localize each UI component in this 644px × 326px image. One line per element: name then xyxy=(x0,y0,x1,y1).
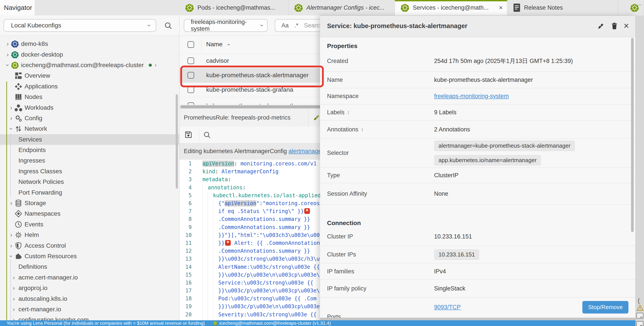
sidebar-item-demo-k8s[interactable]: ›demo-k8s xyxy=(0,38,179,49)
regex-toggle[interactable]: .* xyxy=(294,22,298,29)
tab-alertmanager-configs-ice[interactable]: Alertmanager Configs - icec... xyxy=(288,0,395,15)
chevron-right-icon[interactable]: › xyxy=(8,104,14,111)
sidebar-item-docker-desktop[interactable]: ›docker-desktop xyxy=(0,49,179,60)
select-all-checkbox[interactable] xyxy=(188,41,194,48)
warning-icon[interactable] xyxy=(636,304,644,311)
column-name[interactable]: Name xyxy=(206,41,223,48)
scrollbar-thumb[interactable] xyxy=(180,105,320,108)
tab-release-notes[interactable]: Release Notes xyxy=(507,0,618,15)
close-icon[interactable]: × xyxy=(624,20,629,31)
editor-search-icon[interactable] xyxy=(203,131,211,139)
value-chip[interactable]: alertmanager=kube-prometheus-stack-alert… xyxy=(434,140,575,151)
sidebar-item-storage[interactable]: ›Storage xyxy=(0,198,179,208)
sidebar-item-namespaces[interactable]: Namespaces xyxy=(0,208,179,219)
value-chip[interactable]: app.kubernetes.io/name=alertmanager xyxy=(434,155,541,166)
dock-icon[interactable] xyxy=(636,321,643,326)
dock-icon[interactable] xyxy=(636,313,643,318)
sidebar-item-port-forwarding[interactable]: Port Forwarding xyxy=(0,187,179,198)
sidebar-item-ingress-classes[interactable]: Ingress Classes xyxy=(0,166,179,176)
row-checkbox[interactable] xyxy=(188,86,194,93)
sidebar-item-ingresses[interactable]: Ingresses xyxy=(0,155,179,166)
table-row[interactable]: cadvisor xyxy=(180,54,320,68)
search-icon[interactable] xyxy=(164,22,172,30)
chevron-right-icon[interactable]: › xyxy=(5,51,10,58)
match-case-toggle[interactable]: Aa xyxy=(282,22,289,29)
chevron-right-icon[interactable]: › xyxy=(8,242,14,249)
sidebar-item-events[interactable]: Events xyxy=(0,219,179,230)
code-text: Severity:\u003c/strong\u003e {{ xyxy=(195,312,316,318)
sidebar-scrollbar[interactable] xyxy=(176,94,178,189)
tab-overflow-dots[interactable]: ‥ xyxy=(638,0,642,7)
tab-pods-icecheng-mathmas-[interactable]: Pods - icecheng@mathmas... xyxy=(180,0,288,15)
detail-value: ClusterIP xyxy=(434,168,458,183)
sidebar-item-icecheng-mathmast-com-freeleaps-cluster[interactable]: ›icecheng@mathmast.com@freeleaps-cluster… xyxy=(0,60,179,70)
sidebar-item-custom-resources[interactable]: ›Custom Resources xyxy=(0,251,179,262)
sort-icon[interactable]: ↕ xyxy=(361,126,364,132)
chevron-right-icon[interactable]: › xyxy=(8,232,14,238)
sidebar-item-applications[interactable]: Applications xyxy=(0,81,179,92)
sidebar-item-services[interactable]: Services xyxy=(0,134,179,145)
edit-icon[interactable] xyxy=(312,114,320,122)
table-header: Name › xyxy=(180,36,320,54)
namespace-link[interactable]: freeleaps-monitoring-system xyxy=(434,93,509,100)
horizontal-scrollbar[interactable] xyxy=(180,105,320,109)
sidebar-item-network-policies[interactable]: Network Policies xyxy=(0,176,179,187)
edit-icon[interactable] xyxy=(596,22,605,30)
search-input[interactable]: Aa .* Search xyxy=(275,19,320,32)
drawer-horizontal-scrollbar[interactable] xyxy=(320,318,636,320)
port-link[interactable]: 9093/TCP xyxy=(434,304,461,311)
delete-icon[interactable] xyxy=(610,22,618,30)
chevron-right-icon[interactable]: › xyxy=(11,274,17,281)
sidebar-item-nodes[interactable]: Nodes xyxy=(0,92,179,102)
collapse-chevron-icon[interactable]: ⟨ xyxy=(638,297,640,305)
yaml-editor[interactable]: 1apiVersion: monitoring.coreos.com/v12ki… xyxy=(180,160,320,320)
sidebar-item-cert-manager-io[interactable]: ›cert-manager.io xyxy=(0,304,179,314)
save-icon[interactable] xyxy=(184,130,192,139)
sort-asc-icon[interactable]: › xyxy=(225,44,232,46)
chevron-right-icon[interactable]: › xyxy=(11,316,17,320)
code-line: 6{"apiVersion":"monitoring.coreos.com/v1… xyxy=(180,200,320,207)
close-icon[interactable]: × xyxy=(499,4,503,12)
tab-services-icecheng-math-[interactable]: Services - icecheng@math...× xyxy=(395,0,507,15)
sidebar-item-workloads[interactable]: ›Workloads xyxy=(0,102,179,113)
sidebar-item-endpoints[interactable]: Endpoints xyxy=(0,145,179,155)
row-checkbox[interactable] xyxy=(188,72,194,78)
table-row[interactable]: kube-prometheus-stack-prometheus xyxy=(180,97,320,105)
kubeconfig-select[interactable]: Local Kubeconfigs › xyxy=(4,19,156,32)
chevron-down-icon[interactable]: › xyxy=(8,126,15,132)
sort-icon[interactable]: ↕ xyxy=(347,109,350,116)
chevron-right-icon[interactable]: › xyxy=(155,62,157,68)
active-cluster-text[interactable]: icecheng@mathmast.com@freeleaps-cluster … xyxy=(219,320,331,326)
row-checkbox[interactable] xyxy=(188,102,194,105)
value-chip[interactable]: 10.233.16.151 xyxy=(434,249,479,260)
sidebar-item-argoproj-io[interactable]: ›argoproj.io xyxy=(0,283,179,293)
chevron-down-icon[interactable]: › xyxy=(4,62,11,68)
sidebar-item-config[interactable]: ›Config xyxy=(0,113,179,124)
table-row[interactable]: kube-prometheus-stack-grafana xyxy=(180,83,320,97)
chevron-right-icon[interactable]: › xyxy=(5,40,10,48)
chevron-right-icon[interactable]: › xyxy=(8,200,14,207)
chevron-right-icon[interactable]: › xyxy=(8,115,14,122)
sidebar-item-autoscaling-k8s-io[interactable]: ›autoscaling.k8s.io xyxy=(0,293,179,304)
sidebar-item-network[interactable]: ›Network xyxy=(0,124,179,134)
row-checkbox[interactable] xyxy=(188,58,194,64)
namespace-select[interactable]: freeleaps-monitoring-system › xyxy=(184,19,268,32)
line-number: 20 xyxy=(180,312,195,318)
code-line: 15}}\u003c/p\u003e\n\u003cp\u003e\u003c xyxy=(180,271,320,279)
chevron-right-icon[interactable]: › xyxy=(11,295,17,302)
sidebar-item-acme-cert-manager-io[interactable]: ›acme.cert-manager.io xyxy=(0,272,179,283)
stop-remove-button[interactable]: Stop/Remove xyxy=(582,301,628,314)
chevron-right-icon[interactable]: › xyxy=(11,306,17,313)
sidebar-item-overview[interactable]: Overview xyxy=(0,70,179,81)
table-row[interactable]: kube-prometheus-stack-alertmanager xyxy=(180,68,320,83)
sidebar-item-definitions[interactable]: Definitions xyxy=(0,262,179,272)
editing-object-link[interactable]: alertmanager xyxy=(288,148,320,154)
service-details-drawer: Service: kube-prometheus-stack-alertmana… xyxy=(320,16,636,326)
chevron-down-icon[interactable]: › xyxy=(8,254,15,259)
workloads-icon xyxy=(14,104,23,112)
sidebar-item-helm[interactable]: ›Helm xyxy=(0,230,179,240)
sidebar-item-configuration-konghq-com[interactable]: ›configuration.konghq.com xyxy=(0,314,179,320)
drawer-scrollbar[interactable] xyxy=(631,38,634,232)
sidebar-item-access-control[interactable]: ›Access Control xyxy=(0,240,179,251)
chevron-right-icon[interactable]: › xyxy=(11,284,17,292)
